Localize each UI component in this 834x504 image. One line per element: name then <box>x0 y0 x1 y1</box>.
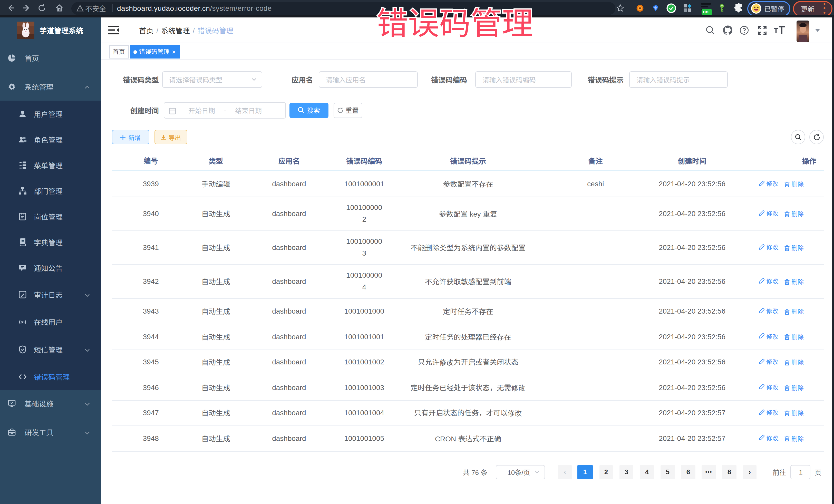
svg-text:错误码管理: 错误码管理 <box>377 2 533 42</box>
